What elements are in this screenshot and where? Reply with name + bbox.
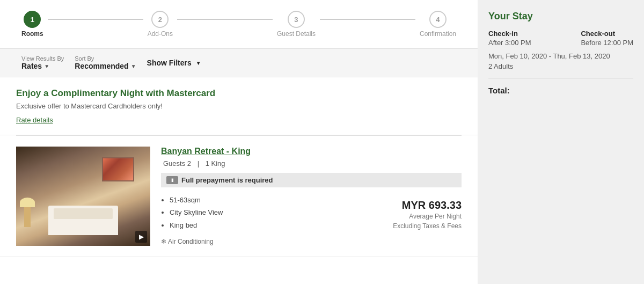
stepper: 1 Rooms 2 Add-Ons 3 Guest Details 4 Conf… bbox=[0, 0, 478, 49]
promo-title: Enjoy a Complimentary Night with Masterc… bbox=[16, 88, 462, 99]
ac-label: Air Conditioning bbox=[168, 238, 214, 245]
show-filters-group: Show Filters ▼ bbox=[147, 59, 201, 67]
step-4[interactable]: 4 Confirmation bbox=[420, 11, 456, 38]
sidebar-divider bbox=[488, 78, 633, 78]
step-connector-1-2 bbox=[48, 19, 143, 20]
step-1-label: Rooms bbox=[21, 30, 43, 38]
price-amount: MYR 693.33 bbox=[393, 199, 462, 212]
step-4-circle: 4 bbox=[429, 11, 447, 28]
room-title[interactable]: Banyan Retreat - King bbox=[161, 147, 462, 156]
sort-by-label: Sort By bbox=[75, 55, 136, 62]
right-sidebar: Your Stay Check-in After 3:00 PM Check-o… bbox=[478, 0, 644, 284]
checkout-col: Check-out Before 12:00 PM bbox=[581, 30, 633, 47]
step-2-circle: 2 bbox=[151, 11, 169, 28]
show-filters-button[interactable]: Show Filters ▼ bbox=[147, 59, 201, 67]
checkin-label: Check-in bbox=[488, 30, 531, 38]
sort-by-group: Sort By Recommended ▼ bbox=[75, 55, 136, 70]
prepayment-text: Full prepayment is required bbox=[181, 176, 273, 184]
room-card: ▶ Banyan Retreat - King Guests 2 | 1 Kin… bbox=[0, 136, 478, 257]
promo-banner: Enjoy a Complimentary Night with Masterc… bbox=[0, 77, 478, 135]
step-1[interactable]: 1 Rooms bbox=[21, 11, 43, 38]
step-connector-2-3 bbox=[177, 19, 273, 20]
room-artwork-decoration bbox=[102, 157, 134, 181]
room-meta-separator: | bbox=[197, 159, 201, 168]
step-3-circle: 3 bbox=[288, 11, 305, 28]
room-guests: Guests 2 bbox=[163, 159, 191, 168]
sort-by-arrow-icon: ▼ bbox=[131, 63, 136, 69]
feature-2: City Skyline View bbox=[170, 206, 223, 219]
step-4-label: Confirmation bbox=[420, 30, 456, 38]
filter-bar: View Results By Rates ▼ Sort By Recommen… bbox=[0, 49, 478, 77]
show-filters-arrow-icon: ▼ bbox=[196, 60, 201, 66]
room-pricing: MYR 693.33 Average Per Night Excluding T… bbox=[393, 199, 462, 231]
checkin-checkout-row: Check-in After 3:00 PM Check-out Before … bbox=[488, 30, 633, 47]
view-results-group: View Results By Rates ▼ bbox=[21, 55, 64, 70]
credit-card-icon: ▮ bbox=[166, 176, 178, 184]
step-3-label: Guest Details bbox=[277, 30, 316, 38]
rate-details-link[interactable]: Rate details bbox=[16, 116, 53, 124]
sort-by-dropdown[interactable]: Recommended ▼ bbox=[75, 62, 136, 70]
room-info: Banyan Retreat - King Guests 2 | 1 King … bbox=[161, 147, 462, 246]
checkin-value: After 3:00 PM bbox=[488, 39, 531, 47]
room-bed-decoration bbox=[48, 206, 118, 235]
promo-description: Exclusive offer to Mastercard Cardholder… bbox=[16, 102, 462, 110]
room-meta: Guests 2 | 1 King bbox=[161, 159, 462, 168]
step-2-label: Add-Ons bbox=[148, 30, 173, 38]
feature-3: King bed bbox=[170, 219, 223, 231]
room-image bbox=[16, 147, 150, 246]
view-results-label: View Results By bbox=[21, 55, 64, 62]
feature-1: 51-63sqm bbox=[170, 194, 223, 206]
view-results-dropdown[interactable]: Rates ▼ bbox=[21, 62, 64, 70]
sort-by-value: Recommended bbox=[75, 62, 128, 70]
step-1-circle: 1 bbox=[24, 11, 41, 28]
checkin-col: Check-in After 3:00 PM bbox=[488, 30, 531, 47]
stay-guests: 2 Adults bbox=[488, 62, 633, 70]
ac-icon: ❄ bbox=[161, 238, 166, 245]
view-results-arrow-icon: ▼ bbox=[44, 63, 49, 69]
checkout-value: Before 12:00 PM bbox=[581, 39, 633, 47]
room-image-container: ▶ bbox=[16, 147, 150, 246]
show-filters-label: Show Filters bbox=[147, 59, 192, 67]
stay-dates: Mon, Feb 10, 2020 - Thu, Feb 13, 2020 bbox=[488, 52, 633, 60]
amenity-ac: ❄ Air Conditioning bbox=[161, 238, 214, 245]
room-photo-icon[interactable]: ▶ bbox=[135, 231, 147, 243]
room-bed-type: 1 King bbox=[206, 159, 225, 168]
room-features-list: 51-63sqm City Skyline View King bed bbox=[161, 194, 223, 231]
step-connector-3-4 bbox=[320, 19, 415, 20]
checkout-label: Check-out bbox=[581, 30, 633, 38]
step-3[interactable]: 3 Guest Details bbox=[277, 11, 316, 38]
your-stay-title: Your Stay bbox=[488, 11, 633, 22]
step-2[interactable]: 2 Add-Ons bbox=[148, 11, 173, 38]
price-sub1: Average Per Night bbox=[393, 212, 462, 221]
price-sub2: Excluding Taxes & Fees bbox=[393, 221, 462, 231]
total-label: Total: bbox=[488, 86, 633, 95]
room-lamp-decoration bbox=[24, 206, 31, 227]
amenities-row: ❄ Air Conditioning bbox=[161, 238, 462, 245]
view-results-value: Rates bbox=[21, 62, 42, 70]
prepayment-notice: ▮ Full prepayment is required bbox=[161, 173, 462, 187]
